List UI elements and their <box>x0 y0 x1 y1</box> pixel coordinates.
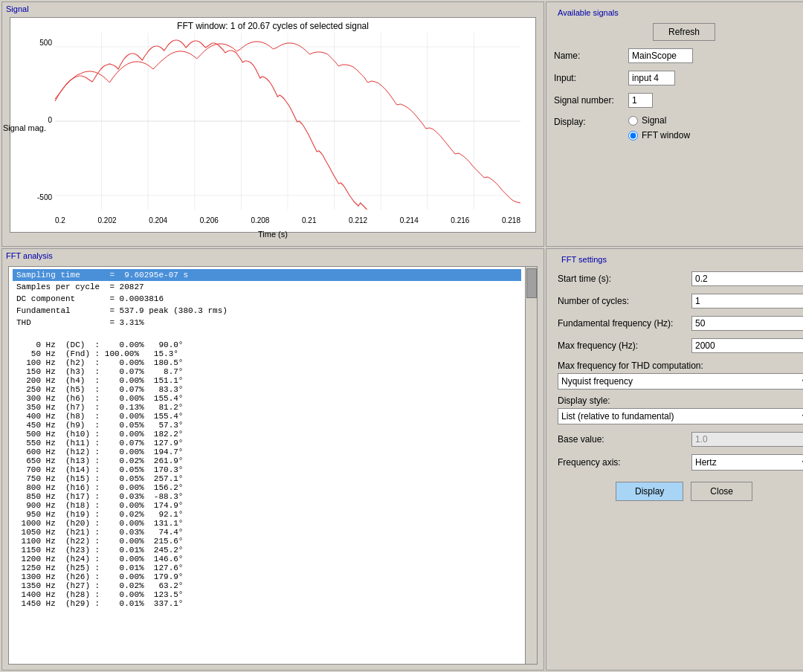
display-style-select[interactable]: List (relative to fundamental) <box>558 408 803 424</box>
fft-settings-panel: FFT settings Start time (s): Number of c… <box>546 248 803 671</box>
display-style-select-wrapper: List (relative to fundamental) <box>558 408 803 424</box>
fft-row-dc: 0 Hz (DC) : 0.00% 90.0° <box>13 340 521 349</box>
max-freq-row: Max frequency (Hz): <box>558 338 803 353</box>
num-cycles-row: Number of cycles: <box>558 294 803 308</box>
x-tick: 0.212 <box>349 216 367 224</box>
y-tick-0: 0 <box>31 116 52 124</box>
start-time-label: Start time (s): <box>558 274 691 284</box>
fund-freq-input[interactable] <box>691 316 803 331</box>
fft-row-1250: 1250 Hz (h25) : 0.01% 127.6° <box>13 563 521 572</box>
fft-row-900: 900 Hz (h18) : 0.00% 174.9° <box>13 501 521 510</box>
max-freq-thd-label: Max frequency for THD computation: <box>558 361 803 371</box>
refresh-button[interactable]: Refresh <box>653 23 715 41</box>
signal-number-select-wrapper: 1 <box>628 93 803 108</box>
display-style-section: Display style: List (relative to fundame… <box>558 395 803 424</box>
y-tick-neg500: -500 <box>31 193 52 201</box>
input-row: Input: input 4 <box>554 71 803 85</box>
fft-blank <box>13 329 521 340</box>
fft-row-1200: 1200 Hz (h24) : 0.00% 146.6° <box>13 555 521 563</box>
signal-number-select[interactable]: 1 <box>628 93 653 108</box>
base-value-row: Base value: <box>558 432 803 447</box>
fft-info-fundamental: Fundamental = 537.9 peak (380.3 rms) <box>13 305 521 317</box>
x-tick: 0.214 <box>400 216 419 224</box>
fft-content[interactable]: Sampling time = 9.60295e-07 s Samples pe… <box>9 267 525 664</box>
fft-row-800: 800 Hz (h16) : 0.00% 156.2° <box>13 483 521 492</box>
base-value-input[interactable] <box>691 432 803 447</box>
x-tick: 0.206 <box>200 216 219 224</box>
fft-row-150: 150 Hz (h3) : 0.07% 8.7° <box>13 367 521 376</box>
fft-window-radio[interactable] <box>628 131 638 140</box>
fft-row-850: 850 Hz (h17) : 0.03% -88.3° <box>13 492 521 501</box>
fft-row-600: 600 Hz (h12) : 0.00% 194.7° <box>13 448 521 456</box>
display-radio-group: Signal FFT window <box>628 115 690 140</box>
available-signals-panel: Available signals Refresh Name: MainScop… <box>546 1 803 247</box>
available-signals-title: Available signals <box>554 6 803 17</box>
fft-window-radio-label[interactable]: FFT window <box>628 130 690 140</box>
name-label: Name: <box>554 51 628 61</box>
x-tick: 0.204 <box>149 216 167 224</box>
fft-row-1400: 1400 Hz (h28) : 0.00% 123.5° <box>13 590 521 599</box>
signal-radio[interactable] <box>628 116 638 126</box>
start-time-input[interactable] <box>691 271 803 286</box>
name-select[interactable]: MainScope <box>628 48 693 63</box>
x-axis-ticks: 0.2 0.202 0.204 0.206 0.208 0.21 0.212 0… <box>55 216 520 224</box>
fft-analysis-title: FFT analysis <box>2 249 544 260</box>
num-cycles-input[interactable] <box>691 294 803 308</box>
fft-info-samples: Samples per cycle = 20827 <box>13 281 521 293</box>
fft-analysis-panel: FFT analysis Sampling time = 9.60295e-07… <box>1 248 544 671</box>
fund-freq-label: Fundamental frequency (Hz): <box>558 318 691 329</box>
close-button[interactable]: Close <box>691 482 752 501</box>
fft-row-1050: 1050 Hz (h21) : 0.03% 74.4° <box>13 528 521 537</box>
fft-row-1350: 1350 Hz (h27) : 0.02% 63.2° <box>13 581 521 590</box>
fft-row-450: 450 Hz (h9) : 0.05% 57.3° <box>13 421 521 430</box>
fft-row-1100: 1100 Hz (h22) : 0.00% 215.6° <box>13 537 521 546</box>
fft-row-750: 750 Hz (h15) : 0.05% 257.1° <box>13 474 521 483</box>
x-tick: 0.218 <box>502 216 520 224</box>
signal-svg <box>55 33 520 210</box>
display-style-label: Display style: <box>558 395 803 406</box>
fft-info-thd: THD = 3.31% <box>13 317 521 329</box>
signal-panel-title: Signal <box>2 2 544 13</box>
freq-axis-select-wrapper: Hertz <box>691 454 803 471</box>
max-freq-input[interactable] <box>691 338 803 353</box>
signal-radio-label[interactable]: Signal <box>628 115 690 126</box>
fft-table-container: Sampling time = 9.60295e-07 s Samples pe… <box>8 266 538 665</box>
fft-row-500: 500 Hz (h10) : 0.00% 182.2° <box>13 430 521 439</box>
signal-chart-area: FFT window: 1 of 20.67 cycles of selecte… <box>10 17 536 233</box>
freq-axis-label: Frequency axis: <box>558 457 691 468</box>
x-tick: 0.216 <box>451 216 469 224</box>
fft-row-200: 200 Hz (h4) : 0.00% 151.1° <box>13 376 521 385</box>
signal-number-label: Signal number: <box>554 95 628 106</box>
y-axis-label: Signal mag. <box>3 123 46 134</box>
fft-row-950: 950 Hz (h19) : 0.02% 92.1° <box>13 510 521 519</box>
fft-window-radio-text: FFT window <box>642 130 690 140</box>
max-freq-thd-section: Max frequency for THD computation: Nyqui… <box>558 361 803 390</box>
signal-panel: Signal FFT window: 1 of 20.67 cycles of … <box>1 1 544 247</box>
fft-row-550: 550 Hz (h11) : 0.07% 127.9° <box>13 439 521 448</box>
max-freq-thd-select-wrapper: Nyquist frequency <box>558 373 803 390</box>
input-select[interactable]: input 4 <box>628 71 675 85</box>
x-tick: 0.202 <box>98 216 117 224</box>
input-label: Input: <box>554 73 628 83</box>
freq-axis-row: Frequency axis: Hertz <box>558 454 803 471</box>
start-time-row: Start time (s): <box>558 271 803 286</box>
fft-row-50: 50 Hz (Fnd) : 100.00% 15.3° <box>13 349 521 358</box>
name-row: Name: MainScope <box>554 48 803 63</box>
signal-radio-text: Signal <box>642 115 666 126</box>
fft-row-250: 250 Hz (h5) : 0.07% 83.3° <box>13 385 521 394</box>
fft-row-300: 300 Hz (h6) : 0.00% 155.4° <box>13 394 521 403</box>
fft-scrollbar[interactable] <box>525 267 537 664</box>
fft-row-1300: 1300 Hz (h26) : 0.00% 179.9° <box>13 572 521 581</box>
fft-row-700: 700 Hz (h14) : 0.05% 170.3° <box>13 465 521 474</box>
x-tick: 0.208 <box>251 216 269 224</box>
num-cycles-label: Number of cycles: <box>558 296 691 306</box>
fft-row-1000: 1000 Hz (h20) : 0.00% 131.1° <box>13 519 521 528</box>
fft-row-350: 350 Hz (h7) : 0.13% 81.2° <box>13 403 521 412</box>
input-select-wrapper: input 4 <box>628 71 803 85</box>
fft-settings-title: FFT settings <box>558 253 803 264</box>
max-freq-thd-select[interactable]: Nyquist frequency <box>558 373 803 390</box>
fft-scrollbar-thumb[interactable] <box>526 268 537 298</box>
display-button[interactable]: Display <box>616 482 683 501</box>
freq-axis-select[interactable]: Hertz <box>691 454 803 471</box>
display-row: Display: Signal FFT window <box>554 115 803 140</box>
